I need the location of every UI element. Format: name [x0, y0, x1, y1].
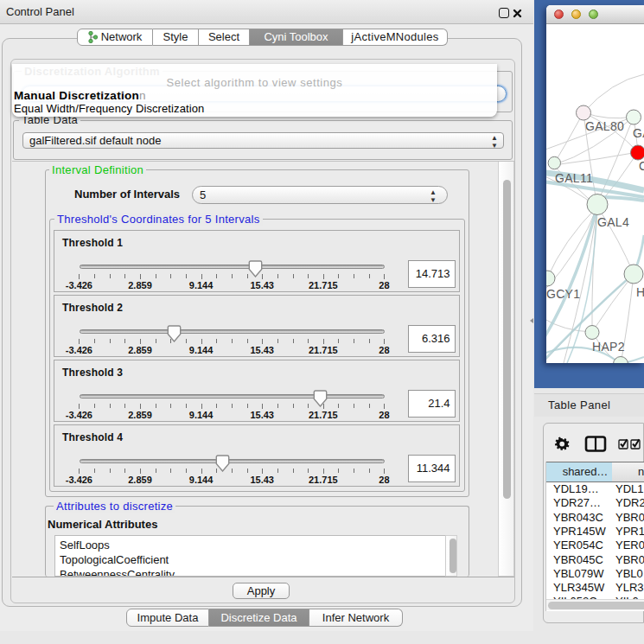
svg-text:C: C	[639, 159, 644, 173]
svg-text:GAL11: GAL11	[555, 171, 593, 185]
svg-text:H: H	[636, 285, 644, 299]
svg-text:GCY1: GCY1	[546, 287, 580, 301]
svg-text:GAL80: GAL80	[585, 119, 624, 133]
svg-text:GAL4: GAL4	[597, 215, 629, 229]
svg-text:GA: GA	[633, 126, 644, 140]
svg-text:HAP2: HAP2	[592, 340, 625, 354]
